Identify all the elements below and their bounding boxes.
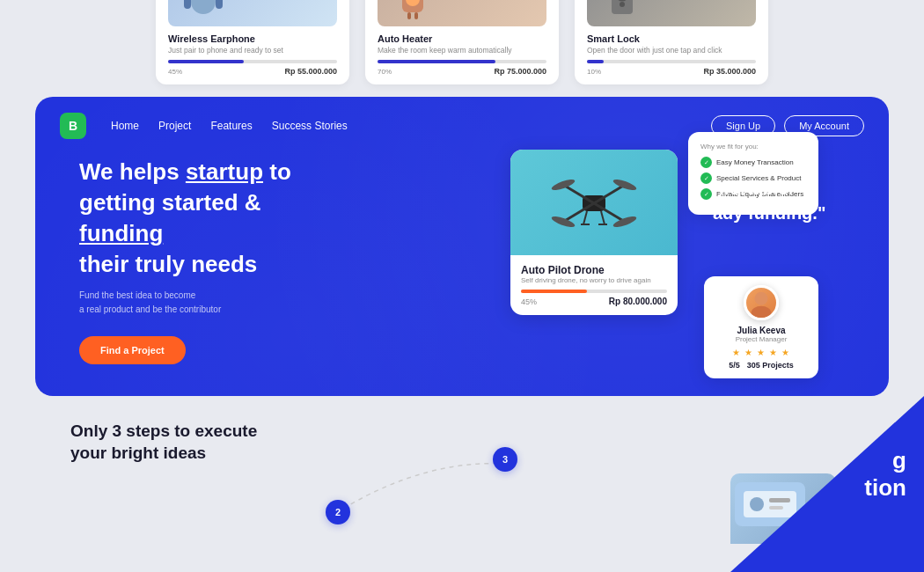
svg-line-12 (594, 185, 625, 203)
svg-point-0 (191, 0, 216, 14)
feature-text-2: Special Services & Product (716, 174, 802, 182)
profile-name: Julia Keeva (737, 326, 785, 335)
earphone-thumb (168, 0, 337, 26)
lock-title: Smart Lock (587, 33, 756, 44)
svg-rect-28 (769, 498, 790, 502)
check-icon-1: ✓ (700, 157, 712, 168)
bottom-section: Only 3 steps to executeyour bright ideas… (0, 396, 924, 572)
steps-visual: 2 3 (299, 438, 854, 544)
heater-pct: 70% (378, 68, 392, 76)
feature-text-3: Private Equity Shareholders (716, 190, 803, 198)
brand-logo: B (60, 113, 86, 139)
nav-link-home[interactable]: Home (111, 120, 139, 132)
headline-text1: We helps (79, 158, 186, 185)
feature-text-1: Easy Money Transaction (716, 158, 794, 166)
heater-title: Auto Heater (378, 33, 546, 44)
feature-item-3: ✓ Private Equity Shareholders (700, 188, 806, 200)
steps-title-area: Only 3 steps to executeyour bright ideas (70, 421, 299, 464)
drone-subtitle: Self driving drone, no worry to drive ag… (521, 276, 667, 284)
earphone-pct: 45% (168, 68, 182, 76)
lock-thumb (587, 0, 756, 26)
lock-progress (587, 60, 604, 63)
drone-title: Auto Pilot Drone (521, 264, 667, 276)
cards-area: Auto Pilot Drone Self driving drone, no … (510, 132, 818, 378)
hero-content: We helps startup togetting started & fun… (79, 157, 308, 364)
step-dot-3: 3 (493, 447, 517, 472)
headline-startup: startup (186, 158, 263, 185)
headline-text3: their truly needs (79, 251, 257, 277)
lock-subtitle: Open the door with just one tap and clic… (587, 46, 756, 55)
drone-pct: 45% (521, 297, 537, 306)
feature-item-1: ✓ Easy Money Transaction (700, 157, 806, 168)
headline-funding: funding (79, 220, 163, 246)
svg-rect-29 (769, 506, 783, 510)
svg-rect-5 (414, 12, 418, 19)
lock-price: Rp 35.000.000 (703, 67, 756, 76)
float-features-card: Why we fit for you: ✓ Easy Money Transac… (688, 132, 818, 215)
avatar (744, 285, 779, 320)
nav-link-features[interactable]: Features (210, 120, 252, 132)
hero-headline: We helps startup togetting started & fun… (79, 157, 308, 280)
product-card-lock: Smart Lock Open the door with just one t… (575, 0, 768, 84)
nav-link-project[interactable]: Project (158, 120, 191, 132)
float-drone-card: Auto Pilot Drone Self driving drone, no … (510, 150, 678, 315)
profile-role: Project Manager (736, 335, 788, 343)
drone-price: Rp 80.000.000 (609, 297, 667, 306)
feature-item-2: ✓ Special Services & Product (700, 172, 806, 184)
star-rating: ★ ★ ★ ★ ★ (732, 348, 789, 357)
main-hero-section: B Home Project Features Success Stories … (35, 97, 889, 396)
svg-rect-1 (184, 0, 191, 9)
svg-point-27 (750, 497, 764, 511)
svg-line-14 (594, 203, 625, 222)
projects-count: 305 Projects (747, 361, 794, 370)
drone-thumb (510, 150, 678, 255)
svg-point-24 (752, 306, 772, 319)
svg-line-11 (563, 185, 594, 203)
step-dot-2: 2 (326, 500, 350, 524)
score-value: 5/5 (729, 361, 740, 370)
svg-point-23 (754, 292, 767, 305)
product-card-earphone: Wireless Earphone Just pair to phone and… (156, 0, 349, 84)
hero-subtitle: Fund the best idea to becomea real produ… (79, 289, 255, 317)
earphone-price: Rp 55.000.000 (284, 67, 337, 76)
find-project-button[interactable]: Find a Project (79, 336, 186, 364)
steps-title: Only 3 steps to executeyour bright ideas (70, 421, 299, 464)
float-profile-card: Julia Keeva Project Manager ★ ★ ★ ★ ★ 5/… (704, 276, 818, 378)
drone-progress (521, 290, 587, 293)
earphone-progress (168, 60, 244, 63)
svg-rect-2 (216, 0, 223, 9)
heater-price: Rp 75.000.000 (494, 67, 546, 76)
svg-line-13 (563, 203, 594, 222)
heater-thumb (378, 0, 546, 26)
earphone-subtitle: Just pair to phone and ready to set (168, 46, 337, 55)
lock-pct: 10% (587, 68, 601, 76)
nav-links: Home Project Features Success Stories (111, 120, 686, 132)
check-icon-2: ✓ (700, 172, 712, 184)
features-label: Why we fit for you: (700, 143, 806, 150)
heater-subtitle: Make the room keep warm automatically (378, 46, 546, 55)
product-card-heater: Auto Heater Make the room keep warm auto… (365, 0, 559, 84)
svg-line-19 (583, 211, 587, 224)
svg-line-20 (601, 211, 605, 224)
earphone-title: Wireless Earphone (168, 33, 337, 44)
nav-link-success[interactable]: Success Stories (272, 120, 348, 132)
top-cards-section: Wireless Earphone Just pair to phone and… (0, 0, 924, 97)
svg-rect-4 (407, 12, 411, 19)
profile-stats: 5/5 305 Projects (729, 361, 794, 370)
svg-point-9 (620, 2, 625, 7)
heater-progress (378, 60, 495, 63)
check-icon-3: ✓ (700, 188, 712, 200)
steps-arc-svg (299, 438, 607, 544)
